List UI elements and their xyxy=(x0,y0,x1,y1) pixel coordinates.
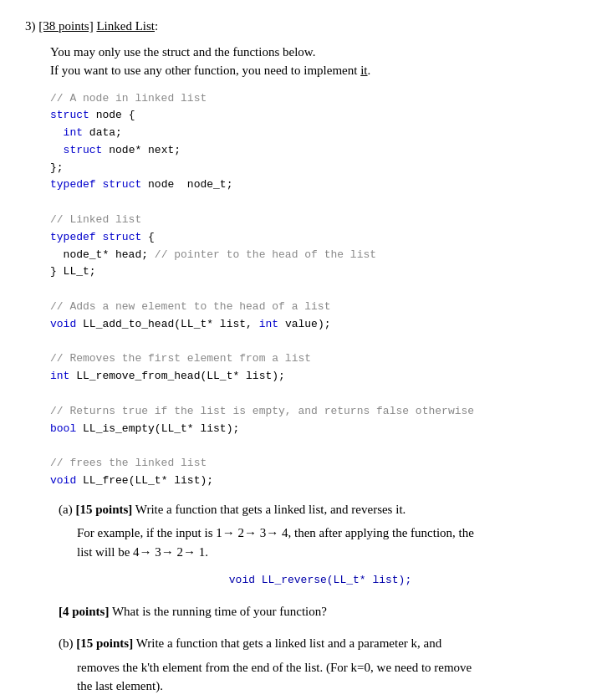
ll-close: } LL_t; xyxy=(50,265,96,278)
ll-remove: LL_remove_from_head(LL_t* list); xyxy=(76,370,285,382)
kw-int2: int xyxy=(259,318,278,330)
comment3: // Adds a new element to the head of a l… xyxy=(50,300,330,313)
desc-line1: You may only use the struct and the func… xyxy=(50,43,582,62)
typedef-node: node node_t; xyxy=(148,178,232,191)
part-a-example2: list will be 4→ 3→ 2→ 1. xyxy=(77,543,582,562)
kw-struct2: struct xyxy=(64,144,103,156)
question-desc: You may only use the struct and the func… xyxy=(50,43,582,80)
ll-add: LL_add_to_head(LL_t* list, xyxy=(83,318,259,330)
kw-int3: int xyxy=(50,370,69,382)
question-title: Linked List xyxy=(96,19,155,33)
kw-typedef2: typedef xyxy=(50,231,96,243)
part-b-header: (b) [15 points] Write a function that ge… xyxy=(59,634,582,653)
kw-void2: void xyxy=(50,474,76,487)
running-time-text: What is the running time of your functio… xyxy=(112,605,327,618)
ll-free: LL_free(LL_t* list); xyxy=(83,474,213,487)
ll-add2: value); xyxy=(278,318,330,330)
question-number: 3) xyxy=(25,19,36,33)
part-b-line2: removes the k'th element from the end of… xyxy=(77,658,582,677)
typedef-open: { xyxy=(148,231,155,243)
next-field: node* next; xyxy=(109,144,181,156)
comment4: // Removes the first element from a list xyxy=(50,352,311,365)
part-b-line4: For example, if the input list is 1→ 2→ … xyxy=(77,696,582,700)
comment-head: // pointer to the head of the list xyxy=(155,248,376,261)
running-time: [4 points] What is the running time of y… xyxy=(59,602,582,621)
part-a-label: (a) xyxy=(59,503,73,516)
part-a-body: For example, if the input is 1→ 2→ 3→ 4,… xyxy=(77,524,582,561)
part-b: (b) [15 points] Write a function that ge… xyxy=(59,634,582,700)
part-b-text1: Write a function that gets a linked list… xyxy=(136,636,442,650)
comment2: // Linked list xyxy=(50,213,141,226)
code-block: // A node in linked list struct node { i… xyxy=(50,90,582,490)
running-time-points: [4 points] xyxy=(59,605,109,618)
kw-void1: void xyxy=(50,318,76,330)
it-underline: it xyxy=(360,64,367,77)
kw-bool: bool xyxy=(50,422,76,435)
comment5: // Returns true if the list is empty, an… xyxy=(50,405,474,417)
part-b-points: [15 points] xyxy=(76,636,133,650)
node-head: node_t* head; xyxy=(64,248,155,261)
part-b-line3: the last element). xyxy=(77,677,582,696)
desc-line2: If you want to use any other function, y… xyxy=(50,61,582,80)
kw-struct4: struct xyxy=(102,231,141,243)
node-name: node { xyxy=(96,109,135,121)
part-a: (a) [15 points] Write a function that ge… xyxy=(59,500,582,589)
part-b-body: removes the k'th element from the end of… xyxy=(77,658,582,700)
kw-struct3: struct xyxy=(102,178,141,191)
points-label: [38 points] xyxy=(38,19,93,33)
struct-close: }; xyxy=(50,161,64,174)
part-a-code-center: void LL_reverse(LL_t* list); xyxy=(59,570,582,589)
ll-is-empty: LL_is_empty(LL_t* list); xyxy=(83,422,239,435)
question-header: 3) [38 points] Linked List: xyxy=(25,17,582,36)
comment1: // A node in linked list xyxy=(50,92,207,105)
comment6: // frees the linked list xyxy=(50,457,207,469)
kw-int: int xyxy=(64,126,83,139)
part-a-header: (a) [15 points] Write a function that ge… xyxy=(59,500,582,519)
kw-typedef: typedef xyxy=(50,178,96,191)
part-a-text: Write a function that gets a linked list… xyxy=(135,503,406,516)
kw-struct: struct xyxy=(50,109,89,121)
part-a-points: [15 points] xyxy=(75,503,132,516)
part-a-example1: For example, if the input is 1→ 2→ 3→ 4,… xyxy=(77,524,582,543)
part-b-label: (b) xyxy=(59,636,74,650)
data-field: data; xyxy=(89,126,122,139)
part-a-code: void LL_reverse(LL_t* list); xyxy=(229,574,411,586)
